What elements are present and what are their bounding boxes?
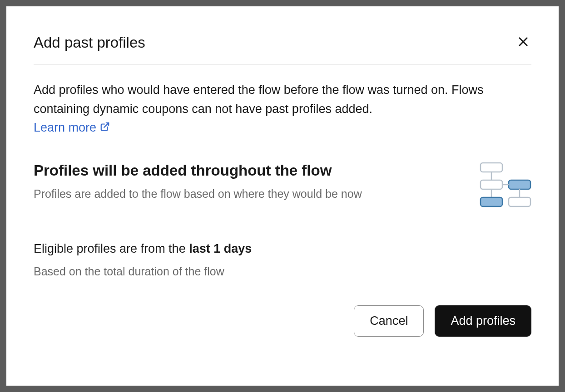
flow-diagram-icon [478,162,531,215]
learn-more-label: Learn more [34,121,96,135]
modal-footer: Cancel Add profiles [34,305,531,337]
eligibility-prefix: Eligible profiles are from the [34,242,189,255]
section-row: Profiles will be added throughout the fl… [34,162,531,215]
modal-header: Add past profiles [34,34,531,64]
svg-rect-5 [481,180,502,189]
svg-rect-10 [481,197,502,206]
cancel-button[interactable]: Cancel [354,305,424,337]
add-profiles-button[interactable]: Add profiles [435,305,531,337]
eligibility-line: Eligible profiles are from the last 1 da… [34,242,531,256]
svg-rect-3 [481,163,502,172]
svg-rect-6 [509,180,530,189]
eligibility-emphasis: last 1 days [189,242,252,255]
section-subtext: Profiles are added to the flow based on … [34,187,362,201]
eligibility-section: Eligible profiles are from the last 1 da… [34,242,531,278]
external-link-icon [100,121,110,135]
section-text: Profiles will be added throughout the fl… [34,162,362,201]
close-icon [517,35,530,49]
eligibility-subtext: Based on the total duration of the flow [34,265,531,278]
svg-rect-11 [509,197,530,206]
modal-description: Add profiles who would have entered the … [34,81,531,119]
section-heading: Profiles will be added throughout the fl… [34,162,362,179]
svg-line-2 [104,122,109,127]
close-button[interactable] [515,34,531,51]
add-past-profiles-modal: Add past profiles Add profiles who would… [6,6,559,386]
learn-more-link[interactable]: Learn more [34,121,110,135]
modal-title: Add past profiles [34,34,145,51]
